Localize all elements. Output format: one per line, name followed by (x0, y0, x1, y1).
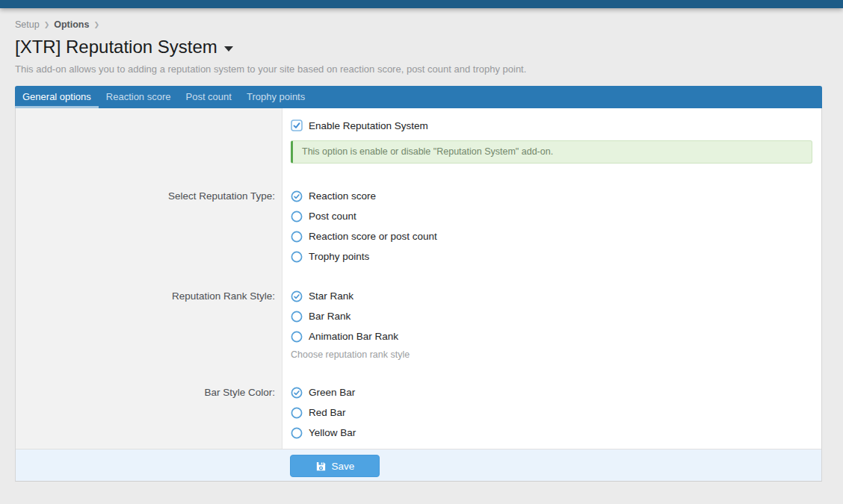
breadcrumb-separator-icon: ❯ (44, 21, 50, 28)
breadcrumb-separator-icon: ❯ (93, 21, 99, 28)
page-title: [XTR] Reputation System (15, 37, 822, 57)
rank-style-label: Reputation Rank Style: (16, 286, 283, 361)
radio-icon[interactable] (291, 331, 303, 343)
bar-color-label: Bar Style Color: (16, 382, 283, 443)
form-row-reputation-type: Select Reputation Type: Reaction score (16, 186, 812, 267)
radio-option-red-bar[interactable]: Red Bar (291, 402, 812, 423)
radio-icon[interactable] (291, 311, 303, 323)
options-form: Enable Reputation System This option is … (16, 108, 821, 449)
breadcrumb: Setup ❯ Options ❯ (15, 19, 822, 30)
radio-icon[interactable] (291, 407, 303, 419)
radio-option-green-bar[interactable]: Green Bar (291, 382, 812, 402)
radio-selected-icon[interactable] (291, 290, 303, 302)
radio-option-label: Star Rank (309, 290, 353, 302)
save-bar: Save (16, 449, 821, 481)
radio-option-label: Reaction score (309, 190, 376, 202)
radio-option-label: Reaction score or post count (309, 231, 437, 242)
radio-option-star-rank[interactable]: Star Rank (291, 286, 812, 306)
radio-option-trophy-points[interactable]: Trophy points (291, 246, 812, 267)
options-panel: Enable Reputation System This option is … (15, 108, 822, 482)
rank-style-hint: Choose reputation rank style (291, 349, 812, 361)
page-title-text: [XTR] Reputation System (15, 37, 217, 57)
empty-label-cell (16, 118, 283, 164)
tab-trophy-points[interactable]: Trophy points (239, 86, 312, 108)
radio-option-yellow-bar[interactable]: Yellow Bar (291, 423, 812, 443)
radio-option-label: Trophy points (309, 251, 369, 262)
tab-general-options[interactable]: General options (15, 86, 99, 108)
radio-option-reaction-or-post[interactable]: Reaction score or post count (291, 226, 812, 246)
save-floppy-icon (315, 461, 327, 472)
admin-top-bar (0, 0, 843, 8)
form-row-bar-color: Bar Style Color: Green Bar Red Bar (16, 382, 812, 443)
save-button[interactable]: Save (290, 455, 380, 477)
radio-option-label: Post count (309, 211, 356, 222)
option-explain-message: This option is enable or disable "Reputa… (291, 140, 812, 164)
radio-option-bar-rank[interactable]: Bar Rank (291, 306, 812, 326)
radio-option-label: Red Bar (309, 407, 346, 418)
radio-icon[interactable] (291, 211, 303, 223)
radio-selected-icon[interactable] (291, 190, 303, 202)
radio-option-label: Animation Bar Rank (309, 331, 398, 342)
radio-icon[interactable] (291, 427, 303, 439)
form-row-enable: Enable Reputation System This option is … (16, 118, 812, 164)
form-row-rank-style: Reputation Rank Style: Star Rank Bar (16, 286, 812, 361)
radio-option-post-count[interactable]: Post count (291, 206, 812, 226)
tab-reaction-score[interactable]: Reaction score (99, 86, 179, 108)
breadcrumb-setup[interactable]: Setup (15, 19, 40, 30)
page-container: Setup ❯ Options ❯ [XTR] Reputation Syste… (15, 19, 822, 482)
tab-post-count[interactable]: Post count (179, 86, 239, 108)
radio-icon[interactable] (291, 251, 303, 263)
breadcrumb-options[interactable]: Options (54, 19, 89, 30)
radio-option-animation-bar-rank[interactable]: Animation Bar Rank (291, 326, 812, 346)
radio-icon[interactable] (291, 231, 303, 243)
radio-option-reaction-score[interactable]: Reaction score (291, 186, 812, 206)
reputation-type-label: Select Reputation Type: (16, 186, 283, 267)
title-dropdown-caret-icon[interactable] (224, 46, 233, 52)
radio-option-label: Bar Rank (309, 311, 351, 322)
checkbox-checked-icon[interactable] (291, 119, 303, 131)
save-button-label: Save (332, 461, 355, 472)
radio-option-label: Green Bar (309, 387, 355, 398)
radio-option-label: Yellow Bar (309, 427, 356, 438)
tab-bar: General options Reaction score Post coun… (15, 86, 822, 108)
enable-reputation-label: Enable Reputation System (309, 120, 428, 131)
radio-selected-icon[interactable] (291, 387, 303, 399)
enable-reputation-checkbox[interactable]: Enable Reputation System (291, 118, 812, 133)
page-description: This add-on allows you to adding a reput… (15, 63, 822, 75)
